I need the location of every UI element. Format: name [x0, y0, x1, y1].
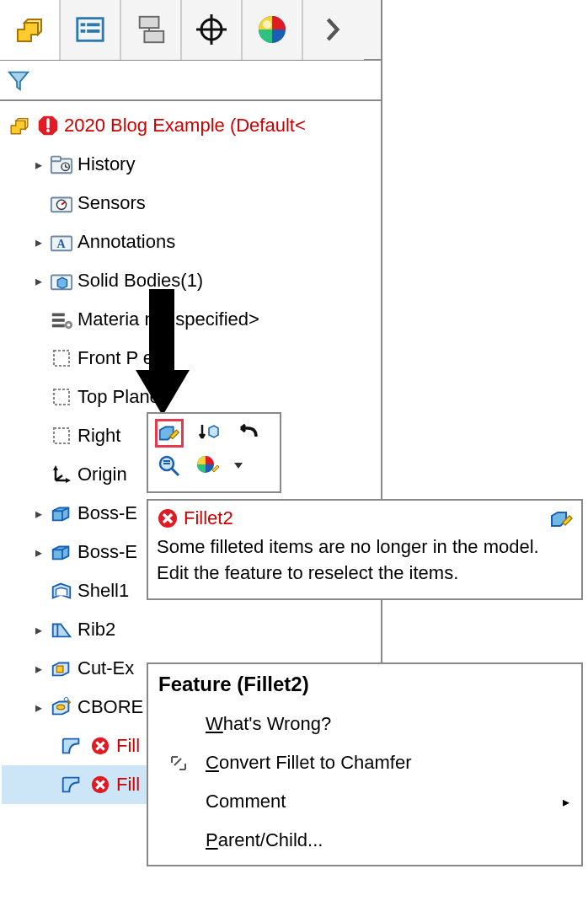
label: Annotations — [78, 231, 175, 253]
label: Front P e — [78, 347, 153, 369]
svg-marker-32 — [66, 478, 71, 483]
label: Top Plane — [78, 386, 160, 408]
convert-icon — [167, 754, 190, 772]
menu-label: What's Wrong? — [206, 713, 331, 735]
label: Materia not specified> — [78, 308, 259, 330]
svg-point-34 — [56, 705, 64, 710]
error-circle-icon — [88, 733, 113, 759]
tree-material[interactable]: Materia not specified> — [2, 300, 381, 339]
label: Boss-E — [78, 541, 137, 563]
edit-feature-icon — [158, 421, 181, 445]
context-menu: Feature (Fillet2) What's Wrong? Convert … — [147, 662, 583, 866]
menu-label: Convert Fillet to Chamfer — [206, 752, 412, 774]
edit-feature-button[interactable] — [155, 419, 184, 448]
expander-icon[interactable]: ▸ — [32, 700, 45, 716]
zoom-to-selection-button[interactable] — [155, 451, 184, 480]
filter-row — [0, 61, 381, 101]
fillet-icon — [59, 733, 84, 759]
part-icon — [7, 113, 32, 138]
rib-icon — [49, 617, 74, 642]
edit-feature-icon — [549, 507, 575, 531]
svg-point-19 — [56, 200, 66, 209]
menu-whats-wrong[interactable]: What's Wrong? — [158, 705, 581, 743]
tree-annotations[interactable]: ▸ A Annotations — [2, 223, 381, 261]
svg-rect-3 — [87, 23, 99, 26]
sensors-icon — [49, 190, 74, 216]
svg-rect-23 — [52, 314, 65, 317]
configuration-icon — [135, 13, 167, 46]
submenu-arrow-icon: ▸ — [563, 794, 569, 810]
folder-history-icon — [49, 152, 74, 177]
error-message: Some filleted items are no longer in the… — [157, 534, 573, 587]
plane-icon — [49, 423, 74, 448]
plane-icon — [49, 346, 74, 371]
svg-rect-30 — [54, 428, 69, 443]
expander-icon[interactable]: ▸ — [32, 544, 45, 560]
svg-rect-4 — [87, 29, 99, 33]
expander-icon[interactable]: ▸ — [32, 506, 45, 522]
panel-tabbar — [0, 0, 381, 61]
tree-sensors[interactable]: Sensors — [2, 184, 381, 223]
tab-configuration-manager[interactable] — [121, 0, 182, 60]
undo-icon — [234, 423, 259, 443]
svg-rect-33 — [56, 666, 62, 672]
label: History — [78, 153, 135, 175]
tab-overflow[interactable] — [303, 0, 364, 60]
suppress-icon — [197, 421, 219, 445]
tree-top-plane[interactable]: Top Plane — [2, 378, 381, 416]
expander-icon[interactable]: ▸ — [32, 622, 45, 638]
tree-solid-bodies[interactable]: ▸ Solid Bodies(1) — [2, 261, 381, 300]
svg-marker-42 — [234, 463, 243, 469]
filter-icon[interactable] — [7, 68, 30, 92]
tree-history[interactable]: ▸ History — [2, 145, 381, 184]
appearance-icon — [195, 453, 221, 477]
expander-icon[interactable]: ▸ — [32, 157, 45, 173]
label: Sensors — [78, 192, 146, 214]
appearance-dropdown[interactable] — [233, 451, 244, 480]
zoom-icon — [157, 453, 182, 477]
context-toolbar — [147, 412, 281, 493]
hole-wizard-icon — [49, 695, 74, 720]
extrude-icon — [49, 501, 74, 526]
svg-rect-24 — [52, 319, 65, 322]
expander-icon[interactable]: ▸ — [32, 273, 45, 289]
svg-rect-28 — [54, 351, 69, 366]
tree-front-plane[interactable]: Front P e — [2, 339, 381, 378]
edit-feature-shortcut[interactable] — [549, 507, 575, 531]
svg-rect-2 — [81, 29, 86, 33]
appearance-button[interactable] — [194, 451, 222, 480]
svg-rect-25 — [52, 324, 65, 328]
shell-icon — [49, 578, 74, 603]
error-circle-icon — [88, 772, 113, 797]
label: Fill — [116, 774, 140, 796]
tab-feature-manager[interactable] — [0, 0, 61, 60]
label: Shell1 — [78, 580, 129, 602]
label: Origin — [78, 464, 127, 485]
suppress-button[interactable] — [194, 419, 222, 448]
menu-label: Parent/Child... — [206, 829, 323, 851]
rollback-button[interactable] — [233, 419, 261, 448]
menu-comment[interactable]: Comment ▸ — [158, 782, 581, 821]
tab-display-manager[interactable] — [243, 0, 303, 60]
tree-rib[interactable]: ▸ Rib2 — [2, 610, 381, 649]
svg-rect-1 — [81, 23, 86, 26]
context-menu-title: Feature (Fillet2) — [158, 673, 581, 696]
label: Fill — [116, 735, 140, 757]
material-icon — [49, 307, 74, 332]
error-stop-icon — [35, 113, 61, 138]
tab-dimxpert[interactable] — [182, 0, 243, 60]
label: Cut-Ex — [78, 657, 134, 679]
menu-convert-fillet-chamfer[interactable]: Convert Fillet to Chamfer — [158, 743, 581, 782]
svg-rect-5 — [140, 17, 159, 28]
tree-root[interactable]: 2020 Blog Example (Default< — [2, 106, 381, 145]
annotations-icon: A — [49, 229, 74, 255]
menu-parent-child[interactable]: Parent/Child... — [158, 821, 581, 860]
label: Boss-E — [78, 502, 137, 524]
expander-icon[interactable]: ▸ — [32, 234, 45, 250]
tab-property-manager[interactable] — [61, 0, 121, 60]
label: CBORE — [78, 696, 143, 718]
error-circle-icon — [157, 507, 179, 529]
svg-marker-31 — [53, 465, 58, 470]
expander-icon[interactable]: ▸ — [32, 661, 45, 677]
chevron-down-icon — [233, 461, 243, 469]
